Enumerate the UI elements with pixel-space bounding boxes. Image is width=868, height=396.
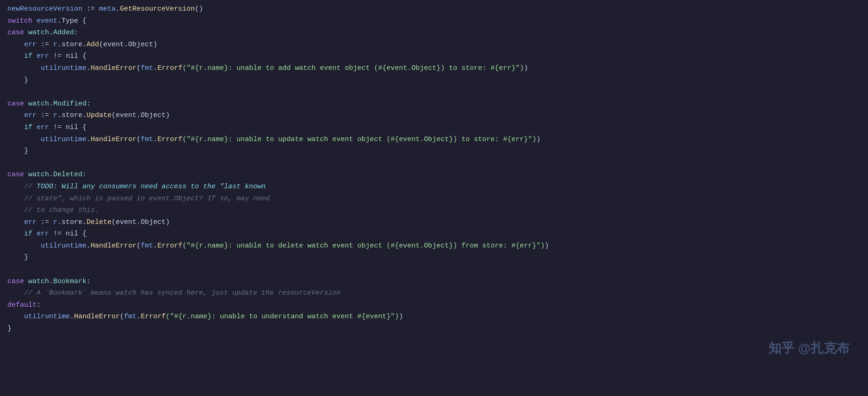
code-line: } <box>0 75 868 87</box>
code-token: != nil { <box>53 122 87 133</box>
code-token: err <box>37 122 53 133</box>
code-token: ("#{r.name}: unable to understand watch … <box>166 311 399 322</box>
code-token: r <box>53 39 57 50</box>
code-token: != nil { <box>53 229 87 240</box>
code-token: fmt <box>141 241 153 252</box>
code-token: (event.Object) <box>112 110 170 121</box>
code-line: err := r.store.Delete(event.Object) <box>0 217 868 229</box>
code-token: case <box>7 169 28 180</box>
code-token: err <box>7 110 41 121</box>
code-token: ( <box>136 134 141 145</box>
code-token: TODO: Will any consumers need access to … <box>37 181 266 192</box>
code-line: utilruntime.HandleError(fmt.Errorf("#{r.… <box>0 241 868 253</box>
code-token: Errorf <box>157 241 182 252</box>
code-token: .store. <box>57 217 87 228</box>
code-token: . <box>136 311 141 322</box>
code-token: } <box>7 252 28 263</box>
code-token: if <box>7 122 37 133</box>
code-token: GetResourceVersion <box>120 4 195 15</box>
code-token: . <box>153 63 157 74</box>
code-token: utilruntime <box>7 63 87 74</box>
code-line: } <box>0 146 868 158</box>
code-line: if err != nil { <box>0 229 868 241</box>
code-line: utilruntime.HandleError(fmt.Errorf("#{r.… <box>0 311 868 323</box>
watermark: 知乎 @扎克布 <box>769 338 849 359</box>
code-token: HandleError <box>74 311 120 322</box>
code-token: default <box>7 300 37 311</box>
code-token: ("#{r.name}: unable to update watch even… <box>182 134 536 145</box>
code-line: if err != nil { <box>0 51 868 63</box>
code-token: . <box>87 241 91 252</box>
code-line: if err != nil { <box>0 122 868 134</box>
code-line: case watch.Bookmark: <box>0 276 868 288</box>
code-line: // to change this. <box>0 205 868 217</box>
code-token: HandleError <box>91 241 136 252</box>
code-token: } <box>7 146 28 157</box>
code-token: // to change this. <box>7 205 99 216</box>
code-token: r <box>53 217 57 228</box>
code-token: utilruntime <box>7 134 87 145</box>
code-token: ) <box>545 241 549 252</box>
code-token: switch <box>7 16 32 27</box>
code-line: case watch.Modified: <box>0 99 868 111</box>
code-token: := <box>41 110 53 121</box>
code-token: (event.Object) <box>99 39 157 50</box>
code-token: : <box>37 300 41 311</box>
code-token: } <box>7 323 12 334</box>
code-token: Errorf <box>157 63 182 74</box>
code-line: // A `Bookmark` means watch has synced h… <box>0 288 868 300</box>
code-token: .Modified: <box>49 99 91 110</box>
code-token: utilruntime <box>7 311 70 322</box>
code-line <box>0 264 868 276</box>
code-token: . <box>87 134 91 145</box>
code-line: utilruntime.HandleError(fmt.Errorf("#{r.… <box>0 63 868 75</box>
code-token: .Bookmark: <box>49 276 91 287</box>
code-token: event <box>32 16 57 27</box>
code-line: } <box>0 323 868 335</box>
code-token: // state", which is passed in event.Obje… <box>7 193 270 204</box>
code-token: if <box>7 229 37 240</box>
code-token: watch <box>28 169 49 180</box>
code-token: ( <box>136 63 141 74</box>
code-token: fmt <box>141 63 153 74</box>
code-token: err <box>7 217 41 228</box>
code-token: . <box>70 311 74 322</box>
code-token: .Added: <box>49 27 78 38</box>
code-token: .Type { <box>57 16 87 27</box>
code-token: := <box>41 217 53 228</box>
code-line: err := r.store.Update(event.Object) <box>0 110 868 122</box>
code-token: != nil { <box>53 51 87 62</box>
code-token: fmt <box>124 311 136 322</box>
code-token: Errorf <box>141 311 166 322</box>
code-token: ) <box>524 63 528 74</box>
code-token: HandleError <box>91 63 136 74</box>
code-token: // <box>7 181 37 192</box>
code-token: . <box>116 4 120 15</box>
code-line: case watch.Deleted: <box>0 169 868 181</box>
code-token: ( <box>120 311 124 322</box>
code-token: Add <box>87 39 99 50</box>
code-token: Delete <box>87 217 112 228</box>
code-line: // TODO: Will any consumers need access … <box>0 181 868 193</box>
code-line: utilruntime.HandleError(fmt.Errorf("#{r.… <box>0 134 868 146</box>
code-line: switch event.Type { <box>0 16 868 28</box>
code-token: utilruntime <box>7 241 87 252</box>
code-token: r <box>53 110 57 121</box>
code-token: case <box>7 27 28 38</box>
code-token: case <box>7 276 28 287</box>
code-token: Errorf <box>157 134 182 145</box>
code-token: . <box>153 134 157 145</box>
code-token: fmt <box>141 134 153 145</box>
code-line: case watch.Added: <box>0 27 868 39</box>
code-token: .store. <box>57 39 87 50</box>
code-token: ) <box>399 311 403 322</box>
code-token: newResourceVersion <box>7 4 87 15</box>
code-editor: newResourceVersion := meta.GetResourceVe… <box>0 0 868 396</box>
code-token: Update <box>87 110 112 121</box>
code-token: ("#{r.name}: unable to delete watch even… <box>182 241 545 252</box>
code-token: ("#{r.name}: unable to add watch event o… <box>182 63 524 74</box>
code-token: watch <box>28 27 49 38</box>
code-token: watch <box>28 99 49 110</box>
code-token: (event.Object) <box>112 217 170 228</box>
code-token: if <box>7 51 37 62</box>
